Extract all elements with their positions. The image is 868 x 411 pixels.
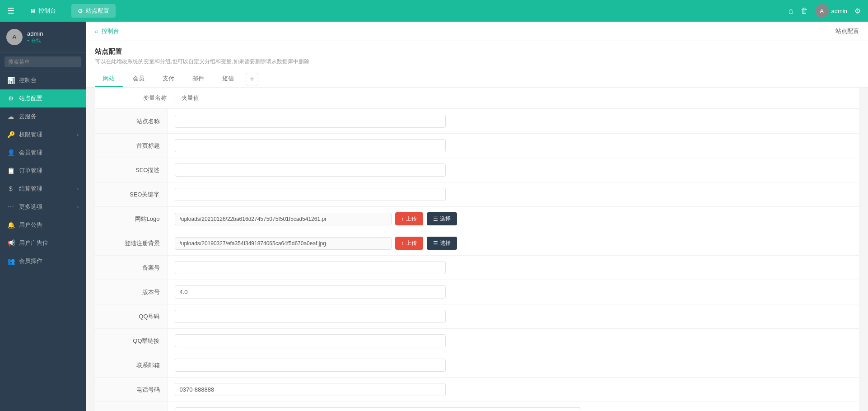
field-label-icp: 备案号: [95, 256, 167, 280]
version-input[interactable]: [175, 285, 446, 299]
upload-icon: ↑: [401, 240, 404, 247]
table-row: 版本号: [95, 280, 859, 304]
field-cell-seo-keywords: [167, 182, 859, 207]
sidebar: A admin 在线 🔍 📊 控制台 ⚙ 站点配置: [0, 22, 86, 411]
tab-website[interactable]: 网站: [95, 71, 123, 87]
sidebar-item-more[interactable]: ⋯ 更多选项 ›: [0, 198, 86, 216]
field-cell-qq: [167, 304, 859, 329]
home-icon[interactable]: ⌂: [789, 6, 793, 16]
topbar: ☰ 🖥 控制台 ⚙ 站点配置 ⌂ 🗑 A admin ⚙: [0, 0, 868, 22]
field-cell-home-title: [167, 134, 859, 158]
settlement-nav-icon: $: [7, 185, 14, 192]
sidebar-item-settlement[interactable]: $ 结算管理 ›: [0, 180, 86, 198]
auth-nav-icon: 🔑: [7, 131, 14, 138]
field-label-qq: QQ号码: [95, 304, 167, 329]
page-header: 站点配置 可以在此增改系统的变量和分组,也可以自定义分组和变量,如果需要删除请从…: [86, 41, 868, 88]
chevron-icon: ›: [77, 187, 79, 191]
table-row: 联系邮箱: [95, 353, 859, 378]
home-title-input[interactable]: [175, 139, 446, 152]
topbar-settings-icon[interactable]: ⚙: [854, 7, 861, 15]
avatar: A: [815, 4, 829, 18]
sidebar-user: A admin 在线: [0, 22, 86, 53]
logo-select-button[interactable]: ☰ 选择: [427, 212, 457, 225]
sidebar-avatar: A: [6, 29, 23, 45]
select-icon: ☰: [433, 216, 438, 222]
sidebar-item-cloud[interactable]: ☁ 云服务: [0, 107, 86, 126]
more-nav-icon: ⋯: [7, 203, 14, 210]
sidebar-item-label: 控制台: [19, 76, 37, 84]
seo-keywords-input[interactable]: [175, 188, 446, 201]
tab-site-config[interactable]: ⚙ 站点配置: [71, 4, 116, 18]
topbar-right: ⌂ 🗑 A admin ⚙: [789, 4, 861, 18]
table-row: 网站Logo ↑ 上传 ☰ 选择: [95, 207, 859, 231]
logo-upload-button[interactable]: ↑ 上传: [395, 212, 423, 225]
sidebar-item-announcement[interactable]: 🔔 用户公告: [0, 216, 86, 234]
dashboard-icon: 🖥: [30, 8, 36, 14]
tab-payment[interactable]: 支付: [154, 71, 182, 87]
sidebar-item-dashboard[interactable]: 📊 控制台: [0, 71, 86, 89]
select-icon: ☰: [433, 240, 438, 247]
sidebar-item-label: 用户广告位: [19, 239, 48, 247]
field-label-home-title: 首页标题: [95, 134, 167, 158]
ads-nav-icon: 📢: [7, 239, 14, 247]
tab-dashboard[interactable]: 🖥 控制台: [23, 4, 62, 18]
sidebar-item-member[interactable]: 👤 会员管理: [0, 144, 86, 162]
site-config-nav-icon: ⚙: [7, 95, 14, 102]
sidebar-item-site-config[interactable]: ⚙ 站点配置: [0, 89, 86, 107]
sidebar-item-label: 订单管理: [19, 167, 42, 175]
sidebar-nav: 📊 控制台 ⚙ 站点配置 ☁ 云服务 🔑 权限管理: [0, 71, 86, 411]
tab-member[interactable]: 会员: [125, 71, 153, 87]
sidebar-status: 在线: [27, 37, 43, 44]
page-title: 站点配置: [95, 47, 859, 56]
seo-desc-input[interactable]: [175, 163, 446, 177]
field-cell-stat-code: <script type="text/javascript">var cnzz_…: [167, 402, 859, 411]
table-row: 登陆注册背景 ↑ 上传 ☰ 选择: [95, 231, 859, 256]
sidebar-item-member-ops[interactable]: 👥 会员操作: [0, 252, 86, 270]
field-label-seo-keywords: SEO关键字: [95, 182, 167, 207]
field-label-site-name: 站点名称: [95, 109, 167, 134]
field-label-site-logo: 网站Logo: [95, 207, 167, 231]
login-bg-path-input[interactable]: [175, 237, 392, 250]
table-row: 电话号码: [95, 378, 859, 402]
login-bg-upload-button[interactable]: ↑ 上传: [395, 237, 423, 250]
icp-input[interactable]: [175, 261, 446, 274]
field-cell-seo-desc: [167, 158, 859, 182]
field-cell-phone: [167, 378, 859, 402]
trash-icon[interactable]: 🗑: [801, 7, 808, 15]
field-label-email: 联系邮箱: [95, 353, 167, 378]
menu-icon[interactable]: ☰: [7, 6, 14, 16]
chevron-icon: ›: [77, 205, 79, 210]
table-row: QQ群链接: [95, 329, 859, 353]
sidebar-item-ads[interactable]: 📢 用户广告位: [0, 234, 86, 252]
logo-path-input[interactable]: [175, 213, 392, 225]
site-name-input[interactable]: [175, 115, 446, 128]
field-cell-site-name: [167, 109, 859, 134]
table-row: 首页标题: [95, 134, 859, 158]
field-cell-qq-group: [167, 329, 859, 353]
breadcrumb-path: ⌂ 控制台: [95, 27, 119, 35]
breadcrumb-link[interactable]: 控制台: [102, 28, 119, 34]
member-ops-nav-icon: 👥: [7, 257, 14, 265]
email-input[interactable]: [175, 359, 446, 372]
sidebar-item-label: 会员管理: [19, 149, 42, 157]
field-cell-site-logo: ↑ 上传 ☰ 选择: [167, 207, 859, 231]
tab-email[interactable]: 邮件: [184, 71, 212, 87]
dashboard-nav-icon: 📊: [7, 77, 14, 84]
cloud-nav-icon: ☁: [7, 113, 14, 120]
column-headers: 变量名称 夹量值: [95, 88, 859, 109]
topbar-username: admin: [831, 8, 847, 14]
tab-sms[interactable]: 短信: [214, 71, 242, 87]
file-input-group-logo: ↑ 上传 ☰ 选择: [175, 212, 852, 225]
login-bg-select-button[interactable]: ☰ 选择: [427, 237, 457, 250]
qq-input[interactable]: [175, 310, 446, 323]
sidebar-item-auth[interactable]: 🔑 权限管理 ›: [0, 126, 86, 144]
search-input[interactable]: [5, 56, 81, 67]
breadcrumb-current: 站点配置: [835, 27, 859, 35]
sidebar-username: admin: [27, 30, 43, 37]
tab-add-button[interactable]: +: [246, 73, 258, 85]
stat-code-textarea[interactable]: <script type="text/javascript">var cnzz_…: [175, 407, 581, 411]
qq-group-input[interactable]: [175, 334, 446, 347]
phone-input[interactable]: [175, 383, 446, 396]
field-cell-login-bg: ↑ 上传 ☰ 选择: [167, 231, 859, 256]
sidebar-item-order[interactable]: 📋 订单管理: [0, 162, 86, 180]
